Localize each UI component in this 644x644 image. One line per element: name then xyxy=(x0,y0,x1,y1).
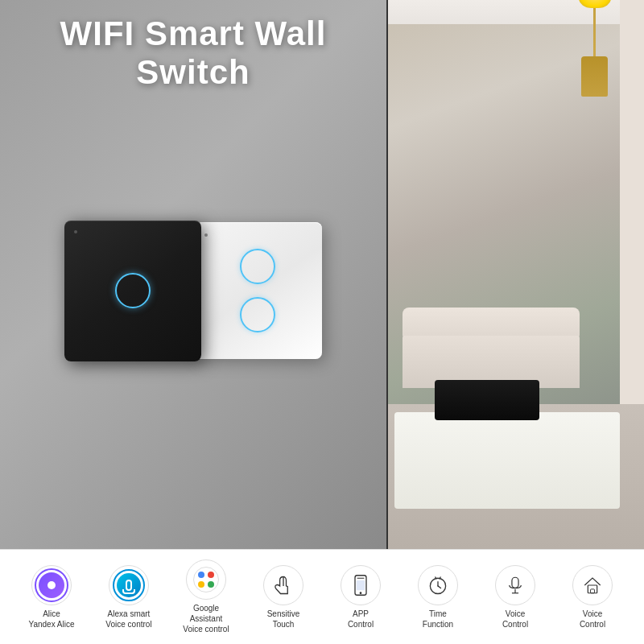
mic-svg xyxy=(505,575,526,596)
alexa-icon xyxy=(117,573,141,597)
switches-container xyxy=(64,221,322,361)
feature-time: TimeFunction xyxy=(399,565,477,630)
voice2-icon-circle xyxy=(572,565,613,605)
touch-label: SensitiveTouch xyxy=(267,609,300,630)
section-divider xyxy=(386,0,388,549)
svg-rect-14 xyxy=(591,588,595,592)
google-icon-circle xyxy=(186,559,226,600)
room-rug xyxy=(394,412,620,509)
svg-line-7 xyxy=(438,585,441,588)
title-overlay: WIFI Smart Wall Switch xyxy=(0,14,386,92)
alice-icon xyxy=(39,572,64,598)
voice1-label: VoiceControl xyxy=(502,609,528,630)
feature-touch: SensitiveTouch xyxy=(245,565,322,630)
google-label: Google AssistantVoice control xyxy=(178,603,234,634)
room-table xyxy=(435,380,539,420)
voice2-icon xyxy=(580,572,605,598)
svg-rect-10 xyxy=(512,577,518,588)
alice-dot xyxy=(47,581,56,589)
feature-voice2: VoiceControl xyxy=(554,565,631,630)
voice2-label: VoiceControl xyxy=(580,609,605,630)
feature-google: Google AssistantVoice control xyxy=(167,559,245,634)
feature-alexa: Alexa smartVoice control xyxy=(90,565,167,630)
alexa-icon-circle xyxy=(109,565,149,605)
white-switch-button-top[interactable] xyxy=(240,249,275,284)
google-dots xyxy=(198,572,214,588)
time-icon xyxy=(425,572,451,598)
touch-svg xyxy=(272,574,295,597)
alexa-mic xyxy=(126,580,132,591)
white-switch-button-bottom[interactable] xyxy=(240,297,275,332)
svg-rect-3 xyxy=(357,580,365,589)
home-svg xyxy=(582,575,603,596)
app-label: APPControl xyxy=(348,609,374,630)
alice-label: AliceYandex Alice xyxy=(28,609,74,630)
alexa-label: Alexa smartVoice control xyxy=(105,609,151,630)
right-room-section xyxy=(386,0,644,549)
app-container: WIFI Smart Wall Switch xyxy=(0,0,644,644)
alice-icon-circle xyxy=(31,565,72,605)
google-dot-blue xyxy=(198,572,204,578)
voice1-icon xyxy=(502,572,528,598)
time-label: TimeFunction xyxy=(423,609,453,630)
left-wall-section: WIFI Smart Wall Switch xyxy=(0,0,386,549)
white-switch xyxy=(193,222,322,359)
voice1-icon-circle xyxy=(495,565,535,605)
feature-voice1: VoiceControl xyxy=(477,565,554,630)
app-icon xyxy=(348,572,374,598)
black-switch-button[interactable] xyxy=(115,273,151,308)
google-dot-green xyxy=(208,581,214,588)
touch-icon xyxy=(270,572,296,598)
svg-point-4 xyxy=(360,592,362,594)
black-switch xyxy=(64,221,201,361)
room-lamp xyxy=(593,0,596,97)
time-svg xyxy=(427,574,449,597)
features-bar: AliceYandex Alice Alexa smartVoice contr… xyxy=(0,549,644,644)
google-dot-yellow xyxy=(198,581,204,588)
app-svg xyxy=(349,574,372,597)
google-icon xyxy=(193,567,219,592)
main-product-area: WIFI Smart Wall Switch xyxy=(0,0,644,549)
page-title: WIFI Smart Wall Switch xyxy=(0,14,386,92)
google-dot-red xyxy=(208,572,214,578)
touch-icon-circle xyxy=(263,565,303,605)
app-icon-circle xyxy=(341,565,381,605)
feature-alice: AliceYandex Alice xyxy=(13,565,90,630)
feature-app: APPControl xyxy=(322,565,399,630)
time-icon-circle xyxy=(418,565,458,605)
